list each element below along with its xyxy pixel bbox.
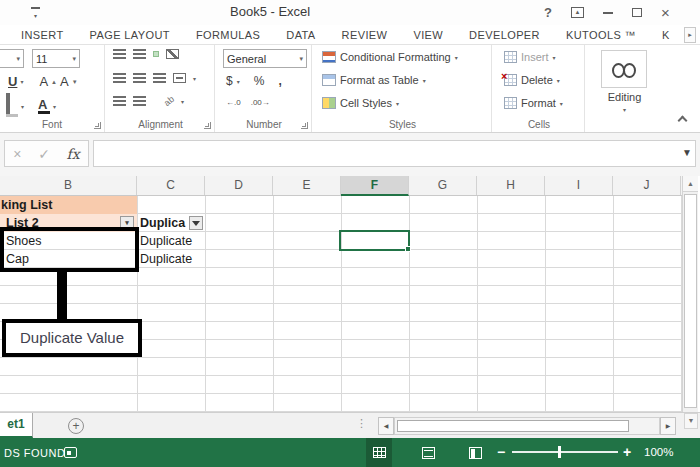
align-right-button[interactable] (153, 73, 166, 83)
find-select-button[interactable] (601, 50, 647, 88)
delete-cells-button[interactable]: Delete ▾ (504, 74, 560, 86)
zoom-level[interactable]: 100% (644, 446, 673, 458)
maximize-button[interactable] (632, 8, 642, 17)
horizontal-scroll-thumb[interactable] (397, 420, 629, 432)
insert-cells-button[interactable]: Insert ▾ (504, 51, 556, 63)
font-color-letter: A (38, 97, 47, 112)
align-middle-button[interactable] (133, 49, 146, 59)
align-left-button[interactable] (113, 73, 126, 83)
close-button[interactable]: × (661, 5, 670, 20)
chevron-down-icon: ▾ (193, 75, 196, 82)
align-bottom-button[interactable] (153, 51, 159, 57)
filter-applied-button[interactable] (189, 216, 203, 230)
new-sheet-button[interactable]: + (68, 418, 84, 434)
tab-scroll-right-button[interactable]: ▸ (684, 27, 696, 43)
cell-c4[interactable]: Duplicate (137, 250, 205, 268)
font-color-button[interactable]: A (38, 99, 50, 114)
font-size-dropdown[interactable]: 11 ▾ (32, 49, 80, 68)
conditional-formatting-button[interactable]: Conditional Formatting ▾ (322, 51, 458, 63)
decrease-decimal-button[interactable]: .00→ (251, 98, 270, 107)
cell-c3[interactable]: Duplicate (137, 232, 205, 250)
fill-handle[interactable] (405, 246, 411, 252)
orientation-button[interactable] (166, 49, 179, 59)
quick-access-toolbar-icon[interactable]: ▾ (30, 7, 41, 18)
sheet-tab-active[interactable]: et1 (0, 413, 33, 438)
tab-review[interactable]: REVIEW (342, 29, 388, 41)
page-layout-view-button[interactable] (415, 438, 441, 467)
decrease-font-size-button[interactable]: A (60, 74, 69, 89)
collapse-ribbon-button[interactable] (678, 116, 688, 126)
format-cells-button[interactable]: Format ▾ (504, 97, 563, 109)
scroll-down-button[interactable]: ▼ (684, 413, 698, 429)
tab-partial[interactable]: K (662, 29, 670, 41)
macro-record-icon[interactable] (64, 447, 77, 458)
selected-cell-f3[interactable] (339, 230, 410, 251)
format-as-table-button[interactable]: Format as Table ▾ (322, 74, 426, 86)
zoom-in-button[interactable]: + (623, 444, 631, 460)
editing-label[interactable]: Editing (587, 91, 662, 103)
format-cells-icon (504, 97, 517, 109)
scroll-right-button[interactable]: ▶ (660, 417, 676, 435)
number-dialog-launcher-icon[interactable] (301, 122, 308, 129)
number-format-dropdown[interactable]: General ▾ (223, 49, 307, 68)
scroll-left-button[interactable]: ◀ (378, 417, 394, 435)
formula-bar: × ✓ fx ▼ (0, 133, 700, 176)
decrease-indent-button[interactable] (113, 96, 126, 106)
column-header-g[interactable]: G (409, 176, 477, 195)
font-dialog-launcher-icon[interactable] (94, 122, 101, 129)
currency-format-button[interactable]: $ (226, 74, 233, 88)
percent-format-button[interactable]: % (254, 74, 265, 88)
cell-c2[interactable]: Duplica (137, 214, 205, 232)
zoom-slider-track[interactable] (512, 451, 618, 453)
font-name-dropdown[interactable]: ▾ (0, 49, 24, 68)
column-header-d[interactable]: D (205, 176, 273, 195)
tab-formulas[interactable]: FORMULAS (196, 29, 260, 41)
tab-view[interactable]: VIEW (413, 29, 443, 41)
cancel-icon[interactable]: × (13, 146, 21, 162)
formula-input[interactable] (93, 140, 696, 167)
increase-decimal-button[interactable]: ←.0 (226, 98, 241, 107)
merge-center-button[interactable] (173, 73, 186, 83)
text-rotation-button[interactable]: ab (162, 94, 176, 108)
ribbon-display-options-button[interactable]: ▲ (571, 7, 584, 18)
resize-dots-icon[interactable]: ⋮ (356, 417, 367, 430)
fill-color-button[interactable] (6, 95, 18, 117)
increase-font-size-button[interactable]: A (39, 74, 48, 89)
column-header-i[interactable]: I (545, 176, 613, 195)
alignment-dialog-launcher-icon[interactable] (204, 122, 211, 129)
column-header-b[interactable]: B (0, 176, 137, 195)
cell-b1[interactable]: king List (0, 196, 137, 214)
enter-icon[interactable]: ✓ (38, 146, 50, 162)
cell-styles-button[interactable]: Cell Styles ▾ (322, 97, 399, 109)
expand-formula-bar-icon[interactable]: ▼ (682, 147, 692, 158)
chevron-down-icon: ▾ (557, 77, 560, 84)
align-top-button[interactable] (113, 49, 126, 59)
help-button[interactable]: ? (544, 5, 552, 20)
increase-indent-button[interactable] (133, 96, 146, 106)
normal-view-button[interactable] (366, 438, 392, 467)
zoom-slider-thumb[interactable] (558, 446, 561, 458)
status-message: DS FOUND (4, 447, 65, 459)
tab-data[interactable]: DATA (286, 29, 315, 41)
vertical-scrollbar[interactable]: ▲ (682, 176, 698, 412)
column-header-f[interactable]: F (341, 176, 409, 196)
tab-kutools[interactable]: KUTOOLS ™ (566, 29, 636, 41)
page-break-view-button[interactable] (462, 438, 488, 467)
zoom-out-button[interactable]: − (497, 444, 505, 460)
column-header-e[interactable]: E (273, 176, 341, 195)
comma-format-button[interactable]: , (278, 74, 281, 88)
column-header-h[interactable]: H (477, 176, 545, 195)
tab-insert[interactable]: INSERT (21, 29, 64, 41)
underline-button[interactable]: U (8, 74, 17, 89)
tab-page-layout[interactable]: PAGE LAYOUT (90, 29, 170, 41)
sheet-tab-bar: et1 + ⋮ ◀ ▶ ▼ (0, 412, 700, 438)
vertical-scroll-thumb[interactable] (684, 194, 697, 408)
column-header-j[interactable]: J (613, 176, 681, 195)
insert-function-icon[interactable]: fx (67, 146, 80, 162)
horizontal-scrollbar[interactable] (394, 417, 660, 435)
tab-developer[interactable]: DEVELOPER (469, 29, 540, 41)
scroll-up-button[interactable]: ▲ (683, 176, 698, 192)
column-header-c[interactable]: C (137, 176, 205, 195)
minimize-button[interactable] (603, 12, 613, 14)
align-center-button[interactable] (133, 73, 146, 83)
